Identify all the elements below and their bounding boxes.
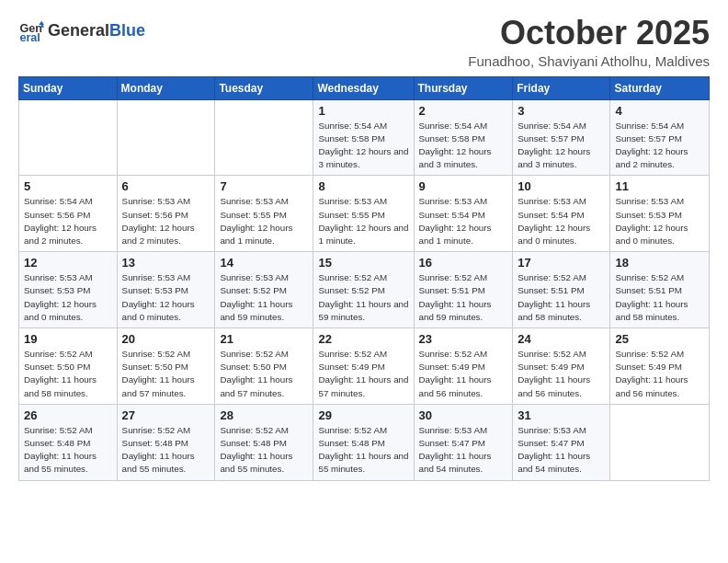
calendar-cell: 6Sunrise: 5:53 AM Sunset: 5:56 PM Daylig… (117, 176, 215, 252)
calendar-cell: 11Sunrise: 5:53 AM Sunset: 5:53 PM Dayli… (610, 176, 710, 252)
calendar-cell: 1Sunrise: 5:54 AM Sunset: 5:58 PM Daylig… (313, 99, 414, 176)
col-sunday: Sunday (19, 76, 118, 99)
day-info: Sunrise: 5:53 AM Sunset: 5:56 PM Dayligh… (122, 195, 210, 247)
calendar-cell: 3Sunrise: 5:54 AM Sunset: 5:57 PM Daylig… (513, 99, 610, 176)
calendar-cell: 28Sunrise: 5:52 AM Sunset: 5:48 PM Dayli… (215, 404, 313, 480)
day-info: Sunrise: 5:52 AM Sunset: 5:50 PM Dayligh… (24, 348, 112, 400)
calendar-cell: 29Sunrise: 5:52 AM Sunset: 5:48 PM Dayli… (313, 404, 414, 480)
day-number: 21 (220, 332, 308, 346)
day-info: Sunrise: 5:52 AM Sunset: 5:51 PM Dayligh… (615, 271, 704, 324)
page: Gen eral GeneralBlue October 2025 Funadh… (0, 0, 728, 563)
logo-general-text: General (48, 21, 109, 40)
logo-text: GeneralBlue (48, 22, 145, 40)
day-info: Sunrise: 5:54 AM Sunset: 5:58 PM Dayligh… (419, 120, 508, 172)
logo-blue-text: Blue (109, 21, 145, 40)
day-info: Sunrise: 5:54 AM Sunset: 5:57 PM Dayligh… (615, 120, 704, 172)
calendar-week-4: 19Sunrise: 5:52 AM Sunset: 5:50 PM Dayli… (19, 328, 710, 405)
calendar-cell: 2Sunrise: 5:54 AM Sunset: 5:58 PM Daylig… (414, 99, 513, 176)
calendar-body: 1Sunrise: 5:54 AM Sunset: 5:58 PM Daylig… (19, 99, 710, 480)
day-info: Sunrise: 5:52 AM Sunset: 5:48 PM Dayligh… (122, 424, 210, 477)
day-number: 24 (518, 332, 605, 346)
month-title: October 2025 (468, 15, 710, 52)
calendar-cell: 9Sunrise: 5:53 AM Sunset: 5:54 PM Daylig… (414, 176, 513, 252)
day-number: 14 (220, 256, 308, 270)
logo-icon: Gen eral (18, 18, 44, 44)
day-number: 7 (220, 179, 308, 193)
day-number: 26 (24, 408, 112, 422)
day-number: 16 (419, 256, 508, 270)
day-info: Sunrise: 5:54 AM Sunset: 5:57 PM Dayligh… (518, 120, 605, 172)
calendar-cell (19, 99, 118, 176)
svg-text:eral: eral (19, 31, 40, 44)
day-number: 3 (518, 104, 605, 118)
calendar-cell: 23Sunrise: 5:52 AM Sunset: 5:49 PM Dayli… (414, 328, 513, 405)
col-saturday: Saturday (610, 76, 710, 99)
calendar-week-5: 26Sunrise: 5:52 AM Sunset: 5:48 PM Dayli… (19, 404, 710, 480)
calendar-cell: 19Sunrise: 5:52 AM Sunset: 5:50 PM Dayli… (19, 328, 118, 405)
day-number: 6 (122, 179, 210, 193)
day-info: Sunrise: 5:52 AM Sunset: 5:50 PM Dayligh… (220, 348, 308, 400)
day-info: Sunrise: 5:53 AM Sunset: 5:53 PM Dayligh… (24, 271, 112, 324)
day-number: 17 (518, 256, 605, 270)
col-monday: Monday (117, 76, 215, 99)
day-info: Sunrise: 5:53 AM Sunset: 5:55 PM Dayligh… (220, 195, 308, 247)
calendar-cell: 31Sunrise: 5:53 AM Sunset: 5:47 PM Dayli… (513, 404, 610, 480)
day-info: Sunrise: 5:52 AM Sunset: 5:48 PM Dayligh… (318, 424, 408, 477)
day-number: 27 (122, 408, 210, 422)
calendar-cell: 7Sunrise: 5:53 AM Sunset: 5:55 PM Daylig… (215, 176, 313, 252)
day-number: 2 (419, 104, 508, 118)
day-number: 18 (615, 256, 704, 270)
day-info: Sunrise: 5:53 AM Sunset: 5:54 PM Dayligh… (518, 195, 605, 247)
day-number: 31 (518, 408, 605, 422)
calendar-cell: 10Sunrise: 5:53 AM Sunset: 5:54 PM Dayli… (513, 176, 610, 252)
calendar-cell: 30Sunrise: 5:53 AM Sunset: 5:47 PM Dayli… (414, 404, 513, 480)
calendar-cell: 17Sunrise: 5:52 AM Sunset: 5:51 PM Dayli… (513, 252, 610, 328)
day-info: Sunrise: 5:53 AM Sunset: 5:47 PM Dayligh… (518, 424, 605, 477)
day-number: 30 (419, 408, 508, 422)
day-number: 23 (419, 332, 508, 346)
calendar-cell: 8Sunrise: 5:53 AM Sunset: 5:55 PM Daylig… (313, 176, 414, 252)
col-tuesday: Tuesday (215, 76, 313, 99)
day-number: 5 (24, 179, 112, 193)
day-info: Sunrise: 5:52 AM Sunset: 5:50 PM Dayligh… (122, 348, 210, 400)
calendar-cell (117, 99, 215, 176)
calendar-cell: 4Sunrise: 5:54 AM Sunset: 5:57 PM Daylig… (610, 99, 710, 176)
calendar-cell: 24Sunrise: 5:52 AM Sunset: 5:49 PM Dayli… (513, 328, 610, 405)
day-info: Sunrise: 5:52 AM Sunset: 5:49 PM Dayligh… (615, 348, 704, 400)
day-number: 12 (24, 256, 112, 270)
calendar-cell: 20Sunrise: 5:52 AM Sunset: 5:50 PM Dayli… (117, 328, 215, 405)
calendar-cell: 27Sunrise: 5:52 AM Sunset: 5:48 PM Dayli… (117, 404, 215, 480)
calendar-cell: 13Sunrise: 5:53 AM Sunset: 5:53 PM Dayli… (117, 252, 215, 328)
calendar-cell: 5Sunrise: 5:54 AM Sunset: 5:56 PM Daylig… (19, 176, 118, 252)
day-number: 13 (122, 256, 210, 270)
day-info: Sunrise: 5:52 AM Sunset: 5:48 PM Dayligh… (24, 424, 112, 477)
calendar-week-2: 5Sunrise: 5:54 AM Sunset: 5:56 PM Daylig… (19, 176, 710, 252)
day-info: Sunrise: 5:52 AM Sunset: 5:49 PM Dayligh… (318, 348, 408, 400)
day-number: 19 (24, 332, 112, 346)
calendar-cell: 26Sunrise: 5:52 AM Sunset: 5:48 PM Dayli… (19, 404, 118, 480)
calendar-week-1: 1Sunrise: 5:54 AM Sunset: 5:58 PM Daylig… (19, 99, 710, 176)
col-friday: Friday (513, 76, 610, 99)
calendar-cell: 14Sunrise: 5:53 AM Sunset: 5:52 PM Dayli… (215, 252, 313, 328)
day-number: 10 (518, 179, 605, 193)
calendar-cell (610, 404, 710, 480)
day-info: Sunrise: 5:54 AM Sunset: 5:56 PM Dayligh… (24, 195, 112, 247)
header-row: Sunday Monday Tuesday Wednesday Thursday… (19, 76, 710, 99)
calendar-cell: 18Sunrise: 5:52 AM Sunset: 5:51 PM Dayli… (610, 252, 710, 328)
day-info: Sunrise: 5:53 AM Sunset: 5:53 PM Dayligh… (615, 195, 704, 247)
day-info: Sunrise: 5:54 AM Sunset: 5:58 PM Dayligh… (318, 120, 408, 172)
day-info: Sunrise: 5:52 AM Sunset: 5:49 PM Dayligh… (419, 348, 508, 400)
day-number: 20 (122, 332, 210, 346)
calendar-cell: 25Sunrise: 5:52 AM Sunset: 5:49 PM Dayli… (610, 328, 710, 405)
col-thursday: Thursday (414, 76, 513, 99)
day-info: Sunrise: 5:52 AM Sunset: 5:49 PM Dayligh… (518, 348, 605, 400)
calendar-header: Sunday Monday Tuesday Wednesday Thursday… (19, 76, 710, 99)
day-number: 4 (615, 104, 704, 118)
day-info: Sunrise: 5:52 AM Sunset: 5:52 PM Dayligh… (318, 271, 408, 324)
calendar-cell (215, 99, 313, 176)
day-info: Sunrise: 5:53 AM Sunset: 5:52 PM Dayligh… (220, 271, 308, 324)
day-number: 28 (220, 408, 308, 422)
day-info: Sunrise: 5:53 AM Sunset: 5:47 PM Dayligh… (419, 424, 508, 477)
day-number: 11 (615, 179, 704, 193)
day-info: Sunrise: 5:52 AM Sunset: 5:48 PM Dayligh… (220, 424, 308, 477)
